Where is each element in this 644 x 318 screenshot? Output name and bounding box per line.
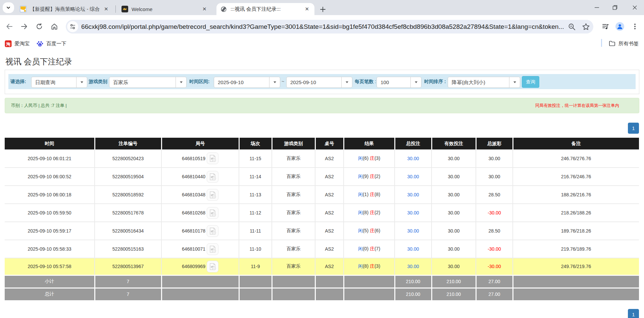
svg-text:du: du — [39, 44, 41, 46]
svg-text:淘: 淘 — [6, 41, 10, 46]
